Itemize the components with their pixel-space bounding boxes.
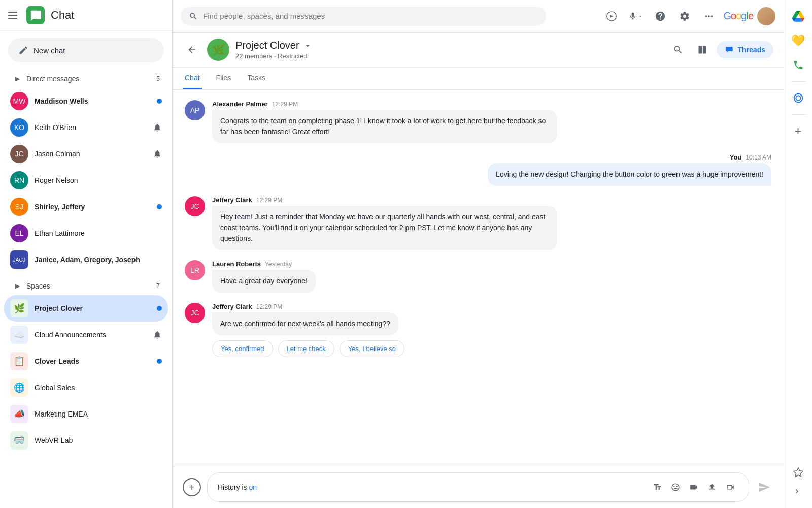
message-time: 10:13 AM [746, 154, 771, 161]
meet-icon-button[interactable] [601, 6, 622, 26]
message-sender: Alexander Palmer [212, 100, 268, 108]
meet-call-button[interactable] [722, 479, 738, 495]
help-button[interactable] [650, 6, 670, 26]
direct-messages-section[interactable]: ▶ Direct messages 5 [4, 70, 168, 88]
google-phone-icon-button[interactable] [788, 55, 808, 75]
dm-section-title: Direct messages [26, 75, 150, 83]
add-app-button[interactable]: + [788, 121, 808, 141]
message-meta: Lauren Roberts Yesterday [212, 260, 316, 268]
header-actions: Threads [668, 40, 773, 60]
message-bubble: Loving the new design! Changing the butt… [488, 163, 771, 186]
message-input-box[interactable]: History is on [207, 472, 749, 502]
smart-reply-yes-confirmed[interactable]: Yes, confirmed [212, 340, 273, 357]
message-input[interactable]: History is on [218, 483, 645, 491]
message-bubble: Congrats to the team on completing phase… [212, 110, 557, 143]
avatar: AP [185, 100, 205, 120]
tab-tasks[interactable]: Tasks [245, 68, 267, 89]
star-icon-button[interactable] [788, 462, 808, 483]
search-chat-button[interactable] [668, 40, 688, 60]
message-content: Alexander Palmer 12:29 PM Congrats to th… [212, 100, 557, 143]
tasks-icon-button[interactable] [788, 88, 808, 108]
spaces-section-title: Spaces [26, 282, 150, 290]
bell-icon [153, 123, 162, 132]
google-drive-icon-button[interactable] [788, 6, 808, 26]
emoji-button[interactable] [667, 479, 684, 495]
split-view-button[interactable] [692, 40, 713, 60]
space-name: Marketing EMEA [35, 410, 162, 418]
space-name: Cloud Announcements [35, 331, 147, 339]
message-row: LR Lauren Roberts Yesterday Have a great… [185, 260, 771, 293]
contact-ethan[interactable]: EL Ethan Lattimore [4, 220, 168, 246]
chat-title-area: Project Clover 22 members · Restricted [235, 40, 662, 60]
message-time: Yesterday [265, 261, 292, 268]
google-logo: Google [723, 10, 753, 22]
send-button[interactable] [755, 478, 773, 496]
unread-indicator [157, 359, 162, 364]
dm-badge: 5 [150, 75, 160, 82]
chat-tabs: Chat Files Tasks [173, 68, 784, 90]
message-sender: You [730, 153, 742, 161]
search-input[interactable] [203, 12, 538, 20]
space-project-clover[interactable]: 🌿 Project Clover [4, 295, 168, 322]
user-avatar[interactable] [757, 7, 775, 25]
message-bubble: Have a great day everyone! [212, 270, 316, 293]
hamburger-menu-icon[interactable] [8, 9, 20, 21]
space-name: WebVR Lab [35, 436, 162, 444]
space-avatar: 🌿 [207, 39, 229, 61]
avatar: JC [10, 145, 28, 163]
space-cloud-announcements[interactable]: ☁️ Cloud Announcements [4, 322, 168, 348]
mic-dropdown-button[interactable] [626, 6, 646, 26]
video-button[interactable] [686, 479, 702, 495]
contact-roger[interactable]: RN Roger Nelson [4, 167, 168, 194]
sidebar-header: Chat [0, 0, 172, 31]
message-row: JC Jeffery Clark 12:29 PM Hey team! Just… [185, 196, 771, 250]
messages-area[interactable]: AP Alexander Palmer 12:29 PM Congrats to… [173, 90, 784, 466]
spaces-section[interactable]: ▶ Spaces 7 [4, 277, 168, 295]
space-icon: 📣 [10, 405, 28, 423]
message-sender: Jeffery Clark [212, 196, 252, 204]
contact-group[interactable]: JAGJ Janice, Adam, Gregory, Joseph [4, 246, 168, 273]
new-chat-button[interactable]: New chat [8, 38, 164, 62]
sidebar: Chat New chat ▶ Direct messages 5 MW Mad… [0, 0, 173, 508]
message-input-area: + History is on [173, 466, 784, 508]
message-time: 12:29 PM [256, 197, 282, 204]
format-text-button[interactable] [649, 479, 665, 495]
avatar: RN [10, 171, 28, 189]
message-sender: Lauren Roberts [212, 260, 261, 268]
upload-button[interactable] [704, 479, 720, 495]
search-bar[interactable] [181, 7, 546, 26]
collapse-panel-button[interactable] [788, 483, 808, 502]
avatar: MW [10, 92, 28, 110]
space-global-sales[interactable]: 🌐 Global Sales [4, 374, 168, 401]
contact-name: Keith O'Brien [35, 123, 147, 132]
tab-chat[interactable]: Chat [183, 68, 202, 89]
right-panel-bottom [788, 462, 808, 502]
threads-button[interactable]: Threads [717, 41, 773, 58]
settings-button[interactable] [674, 6, 695, 26]
space-marketing-emea[interactable]: 📣 Marketing EMEA [4, 401, 168, 427]
add-attachment-button[interactable]: + [183, 478, 201, 496]
avatar: EL [10, 224, 28, 242]
smart-reply-yes-believe-so[interactable]: Yes, I believe so [340, 340, 404, 357]
dropdown-icon[interactable] [302, 41, 313, 51]
contact-shirley-jeffery[interactable]: SJ Shirley, Jeffery [4, 194, 168, 220]
space-webvr-lab[interactable]: 🥽 WebVR Lab [4, 427, 168, 454]
back-button[interactable] [183, 41, 201, 59]
contact-keith[interactable]: KO Keith O'Brien [4, 114, 168, 141]
space-icon: 🥽 [10, 431, 28, 450]
main-area: Google 🌿 Project Clover 22 members · Res… [173, 0, 784, 508]
message-time: 12:29 PM [256, 303, 282, 310]
contact-name: Shirley, Jeffery [35, 203, 151, 211]
apps-button[interactable] [699, 6, 719, 26]
chat-container: 🌿 Project Clover 22 members · Restricted… [173, 33, 784, 508]
google-keep-icon-button[interactable]: 💛 [788, 30, 808, 51]
chat-title: Project Clover [235, 40, 662, 51]
space-clover-leads[interactable]: 📋 Clover Leads [4, 348, 168, 374]
avatar: KO [10, 118, 28, 137]
tab-files[interactable]: Files [214, 68, 233, 89]
smart-reply-let-me-check[interactable]: Let me check [278, 340, 334, 357]
space-icon: 🌿 [10, 299, 28, 318]
space-name: Project Clover [35, 304, 151, 312]
contact-jason[interactable]: JC Jason Colman [4, 141, 168, 167]
contact-maddison[interactable]: MW Maddison Wells [4, 88, 168, 114]
